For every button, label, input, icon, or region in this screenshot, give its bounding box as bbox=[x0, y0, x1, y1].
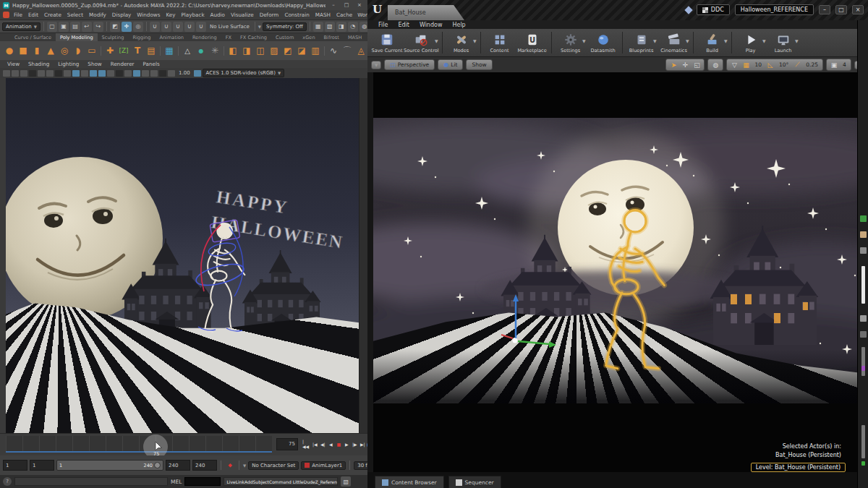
datasmith-button[interactable]: Datasmith bbox=[587, 30, 619, 56]
animation-start-field[interactable]: 1 bbox=[3, 460, 27, 471]
modes-button[interactable]: Modes▼ bbox=[446, 30, 477, 56]
chevron-down-icon[interactable]: ▼ bbox=[243, 463, 246, 468]
sculpt-icon[interactable]: ✚ bbox=[103, 44, 116, 57]
menu-file[interactable]: File bbox=[11, 12, 25, 18]
shelf-tab[interactable]: Custom bbox=[271, 33, 298, 41]
viewport-toolbar-icon[interactable] bbox=[38, 70, 45, 77]
viewport-toolbar-icon[interactable] bbox=[81, 70, 88, 77]
gamma-icon[interactable] bbox=[194, 70, 201, 77]
menu-window[interactable]: Window bbox=[414, 22, 448, 28]
side-panel-strip[interactable] bbox=[857, 20, 868, 488]
playback-start-field[interactable]: 1 bbox=[30, 460, 54, 471]
scrollbar-thumb[interactable] bbox=[861, 425, 865, 458]
menu-select[interactable]: Select bbox=[64, 12, 86, 18]
shelf-tab[interactable]: Rigging bbox=[128, 33, 155, 41]
range-slider[interactable]: 1 240 bbox=[56, 460, 163, 471]
mel-label[interactable]: MEL bbox=[171, 479, 182, 485]
symmetry-dropdown[interactable]: Symmetry: Off bbox=[263, 22, 307, 31]
close-button[interactable]: × bbox=[354, 1, 365, 9]
separate-icon[interactable]: ◨ bbox=[240, 44, 253, 57]
maximize-button[interactable]: □ bbox=[341, 1, 352, 9]
menu-file[interactable]: File bbox=[373, 22, 393, 28]
strip-icon[interactable] bbox=[860, 331, 867, 338]
auto-key-icon[interactable]: ⬥ bbox=[225, 461, 235, 471]
cinematics-button[interactable]: Cinematics▼ bbox=[658, 30, 690, 56]
settings-button[interactable]: Settings▼ bbox=[555, 30, 587, 56]
menu-deform[interactable]: Deform bbox=[257, 12, 282, 18]
viewport-options-button[interactable]: ▼ bbox=[371, 61, 381, 69]
menu-edit[interactable]: Edit bbox=[393, 22, 414, 28]
extrude-icon[interactable]: ◪ bbox=[295, 44, 308, 57]
strip-icon-green[interactable] bbox=[860, 215, 867, 222]
rotation-snap-icon[interactable]: ◺ bbox=[765, 59, 776, 70]
perspective-button[interactable]: ◫Perspective bbox=[384, 59, 435, 70]
undo-icon[interactable]: ↩ bbox=[82, 22, 92, 32]
step-forward-frame-button[interactable]: |▶ bbox=[351, 438, 358, 450]
anim-layer-box[interactable]: AnimLayer1 bbox=[301, 461, 346, 470]
show-button[interactable]: Show bbox=[466, 59, 492, 70]
snap-point-icon[interactable]: ∪ bbox=[173, 22, 183, 32]
scale-snap-icon[interactable]: ⟋ bbox=[791, 59, 803, 70]
move-tool-icon[interactable]: ✛ bbox=[679, 59, 691, 70]
select-tool-icon[interactable]: ◩ bbox=[110, 22, 120, 32]
surface-snap-icon[interactable]: ▽ bbox=[728, 59, 740, 70]
strip-icon[interactable] bbox=[860, 315, 867, 322]
viewport-toolbar-icon[interactable] bbox=[142, 70, 149, 77]
shelf-tab[interactable]: Rendering bbox=[188, 33, 221, 41]
chevron-down-icon[interactable]: ▼ bbox=[258, 25, 261, 29]
range-handle[interactable] bbox=[154, 462, 161, 468]
close-button[interactable]: × bbox=[852, 5, 864, 14]
snap-plane-icon[interactable]: ∪ bbox=[184, 22, 195, 32]
multicut-icon[interactable]: ▨ bbox=[268, 44, 281, 57]
viewport-toolbar-icon[interactable] bbox=[55, 70, 62, 77]
menu-create[interactable]: Create bbox=[41, 12, 64, 18]
tab-sequencer[interactable]: Sequencer bbox=[448, 476, 501, 488]
shelf-tab[interactable]: MASH bbox=[344, 33, 366, 41]
shelf-tab[interactable]: FX Caching bbox=[236, 33, 271, 41]
timeline-track[interactable] bbox=[6, 436, 272, 453]
new-scene-icon[interactable]: ▢ bbox=[47, 22, 57, 32]
viewport-toolbar-icon[interactable] bbox=[64, 70, 71, 77]
menu-playback[interactable]: Playback bbox=[178, 12, 207, 18]
animation-end-field[interactable]: 240 bbox=[192, 460, 217, 471]
mirror-icon[interactable]: ◬ bbox=[354, 44, 367, 57]
menu-help[interactable]: Help bbox=[447, 22, 470, 28]
panel-menu-renderer[interactable]: Renderer bbox=[111, 61, 135, 67]
shelf-tab[interactable]: Bifrost bbox=[320, 33, 344, 41]
world-space-icon[interactable]: ◍ bbox=[710, 59, 721, 70]
panel-menu-view[interactable]: View bbox=[7, 61, 20, 67]
strip-icon-gray[interactable] bbox=[860, 247, 867, 254]
menu-constrain[interactable]: Constrain bbox=[281, 12, 312, 18]
grid-snap-icon[interactable]: ▦ bbox=[740, 59, 752, 70]
scrollbar-thumb[interactable] bbox=[861, 266, 865, 304]
time-slider[interactable]: 75 75 |◀◀ |◀ ◀| ◀ ■ ▶ |▶ ▶| ▶▶| bbox=[0, 433, 367, 455]
display-layers-icon[interactable]: ◔ bbox=[348, 22, 358, 32]
scale-snap-value[interactable]: 0.25 bbox=[803, 61, 821, 68]
help-icon[interactable]: ? bbox=[3, 477, 12, 486]
poly-torus-icon[interactable]: ◎ bbox=[58, 44, 71, 57]
render-icon[interactable]: ▦ bbox=[313, 22, 323, 32]
viewport-toolbar-icon[interactable] bbox=[159, 70, 166, 77]
ep-curve-icon[interactable]: ⌒ bbox=[341, 44, 354, 57]
viewport-toolbar-icon[interactable] bbox=[3, 70, 10, 77]
boolean-icon[interactable]: ◫ bbox=[254, 44, 267, 57]
marketplace-button[interactable]: U Marketplace bbox=[516, 30, 548, 56]
play-button[interactable]: Play▼ bbox=[735, 30, 767, 56]
viewport-toolbar-icon[interactable] bbox=[72, 70, 80, 77]
curve-tool-icon[interactable]: ∿ bbox=[327, 44, 340, 57]
panel-menu-panels[interactable]: Panels bbox=[143, 61, 160, 67]
menu-mash[interactable]: MASH bbox=[312, 12, 333, 18]
poly-sphere-icon[interactable]: ● bbox=[3, 44, 16, 57]
modeling-toolkit-icon[interactable]: ▦ bbox=[163, 44, 176, 57]
viewport-toolbar-icon[interactable] bbox=[98, 70, 106, 77]
shelf-tab[interactable]: Curve / Surface bbox=[10, 33, 56, 41]
level-tab[interactable]: Bat_House bbox=[388, 5, 464, 20]
camera-speed-icon[interactable]: ▣ bbox=[828, 59, 840, 70]
snap-grid-icon[interactable]: ∪ bbox=[150, 22, 160, 32]
grid-snap-value[interactable]: 10 bbox=[752, 61, 765, 68]
viewport-toolbar-icon[interactable] bbox=[20, 70, 27, 77]
tab-content-browser[interactable]: Content Browser bbox=[375, 476, 444, 488]
menu-visualize[interactable]: Visualize bbox=[228, 12, 257, 18]
viewport-toolbar-icon[interactable] bbox=[116, 70, 123, 77]
ddc-badge[interactable]: DDC bbox=[697, 4, 730, 15]
